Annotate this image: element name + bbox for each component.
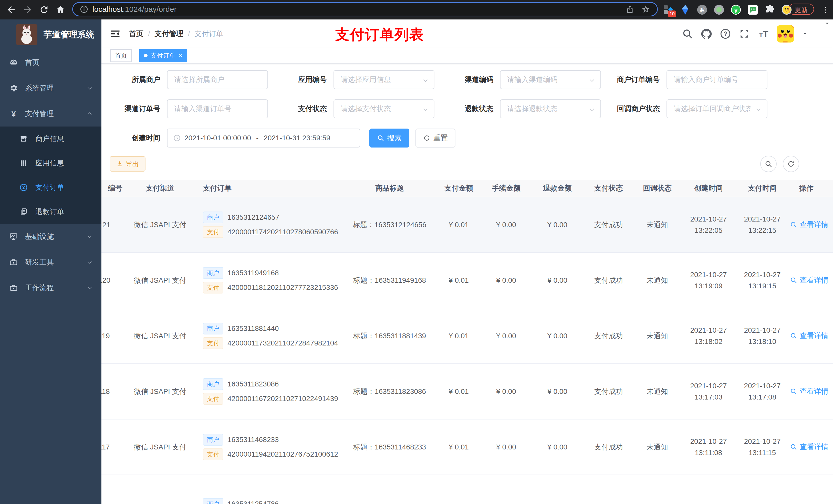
cell-amount: ¥ 0.01 bbox=[437, 308, 480, 364]
browser-back-icon[interactable] bbox=[6, 5, 16, 15]
view-detail-link[interactable]: 查看详情 bbox=[790, 220, 828, 230]
pay-tag: 支付 bbox=[203, 393, 223, 405]
pay-status-select[interactable] bbox=[334, 100, 434, 118]
breadcrumb-payment[interactable]: 支付管理 bbox=[155, 29, 184, 39]
app-id-select[interactable] bbox=[334, 71, 434, 89]
refresh-table-button[interactable] bbox=[783, 156, 799, 172]
site-info-icon[interactable] bbox=[80, 5, 88, 14]
extension-y-icon[interactable]: y bbox=[731, 4, 741, 15]
sidebar-item-dev-tools[interactable]: 研发工具 bbox=[0, 249, 101, 275]
extension-switcher-icon[interactable]: 10 bbox=[663, 4, 674, 15]
channel-code-select[interactable] bbox=[501, 71, 600, 89]
date-end[interactable]: 2021-10-31 23:59:59 bbox=[264, 134, 330, 142]
breadcrumb-current: 支付订单 bbox=[195, 29, 223, 39]
fullscreen-icon[interactable] bbox=[739, 28, 750, 40]
show-search-toggle-button[interactable] bbox=[760, 156, 777, 172]
page-header: 首页 / 支付管理 / 支付订单 支付订单列表 bbox=[101, 20, 833, 48]
search-icon[interactable] bbox=[682, 28, 693, 40]
export-button[interactable]: 导出 bbox=[110, 156, 145, 172]
table-row: 121 微信 JSAPI 支付 商户1635312124657 支付420000… bbox=[101, 197, 833, 253]
monitor-icon bbox=[9, 232, 18, 241]
sidebar-item-payment[interactable]: 支付管理 bbox=[0, 101, 101, 126]
tag-pay-order[interactable]: 支付订单 × bbox=[139, 49, 187, 62]
view-detail-link[interactable]: 查看详情 bbox=[790, 442, 828, 452]
browser-overflow-caret-icon[interactable] bbox=[824, 20, 830, 27]
select-chevron-icon bbox=[422, 106, 429, 113]
select-chevron-icon bbox=[755, 106, 762, 113]
sidebar-item-infrastructure[interactable]: 基础设施 bbox=[0, 224, 101, 249]
cell-order: 商户1635312124657 支付4200001174202110278060… bbox=[196, 197, 342, 253]
merchant-select[interactable] bbox=[168, 71, 267, 89]
cell-created: 2021-10-2713:17:03 bbox=[680, 364, 737, 419]
browser-reload-icon[interactable] bbox=[39, 5, 49, 15]
table-row: 120 微信 JSAPI 支付 商户1635311949168 支付420000… bbox=[101, 253, 833, 308]
refund-status-select[interactable] bbox=[501, 100, 600, 118]
cell-title: 标题：1635311468233 bbox=[342, 419, 437, 475]
tag-home[interactable]: 首页 bbox=[110, 49, 132, 62]
cell-paid: 2021-10-2713:11:15 bbox=[737, 419, 788, 475]
extension-chat-icon[interactable] bbox=[747, 4, 758, 15]
extensions-puzzle-icon[interactable] bbox=[764, 4, 775, 15]
sidebar-item-home[interactable]: 首页 bbox=[0, 50, 101, 75]
date-start[interactable]: 2021-10-01 00:00:00 bbox=[185, 134, 251, 142]
breadcrumb-home[interactable]: 首页 bbox=[129, 29, 143, 39]
main-panel: 首页 / 支付管理 / 支付订单 支付订单列表 首页 支付订单 × bbox=[101, 20, 833, 504]
col-refund: 退款金额 bbox=[532, 180, 583, 197]
cell-channel: 微信 JSAPI 支付 bbox=[124, 197, 196, 253]
extension-dot-icon[interactable] bbox=[714, 4, 724, 15]
extension-strip: 10 ⌘ y bbox=[663, 0, 792, 20]
pay-tag: 支付 bbox=[203, 449, 223, 460]
cell-status: 支付成功 bbox=[583, 197, 634, 253]
bookmark-star-icon[interactable] bbox=[641, 5, 650, 14]
font-size-icon[interactable] bbox=[758, 28, 769, 40]
briefcase-icon bbox=[9, 284, 18, 292]
yen-circle-icon bbox=[20, 183, 28, 192]
cell-fee: ¥ 0.00 bbox=[480, 419, 532, 475]
sidebar: 芋道管理系统 首页 系统管理 支付管理 商户信息 应用信息 支付订单 退款订单 bbox=[0, 20, 101, 504]
github-icon[interactable] bbox=[701, 28, 712, 40]
cell-paid: 2021-10-2713:22:15 bbox=[737, 197, 788, 253]
filter-pay-status: 支付状态 bbox=[268, 99, 434, 118]
cell-title: 标题：1635312124656 bbox=[342, 197, 437, 253]
tag-close-icon[interactable]: × bbox=[179, 52, 182, 58]
extension-command-icon[interactable]: ⌘ bbox=[697, 4, 708, 15]
sidebar-item-workflow[interactable]: 工作流程 bbox=[0, 275, 101, 301]
avatar-caret-icon[interactable] bbox=[802, 30, 808, 37]
merchant-order-no-input[interactable] bbox=[667, 71, 767, 89]
view-detail-link[interactable]: 查看详情 bbox=[790, 386, 828, 396]
refresh-icon bbox=[787, 160, 795, 168]
address-bar[interactable]: localhost:1024/pay/order bbox=[72, 2, 658, 16]
sidebar-item-system[interactable]: 系统管理 bbox=[0, 75, 101, 101]
sidebar-item-app-info[interactable]: 应用信息 bbox=[0, 151, 101, 175]
sidebar-collapse-icon[interactable] bbox=[110, 28, 121, 40]
view-detail-link[interactable]: 查看详情 bbox=[790, 331, 828, 341]
reset-button[interactable]: 重置 bbox=[415, 128, 455, 147]
browser-menu-dots-icon[interactable]: ⋮ bbox=[822, 4, 829, 15]
browser-update-button[interactable]: 更新 bbox=[788, 4, 814, 15]
channel-order-no-input[interactable] bbox=[168, 100, 267, 118]
browser-forward-icon[interactable] bbox=[23, 5, 33, 15]
merchant-tag: 商户 bbox=[203, 434, 223, 446]
sidebar-item-pay-order[interactable]: 支付订单 bbox=[0, 175, 101, 199]
notify-status-select[interactable] bbox=[667, 100, 767, 118]
search-button[interactable]: 搜索 bbox=[370, 128, 409, 147]
cell-status: 支付成功 bbox=[583, 253, 634, 308]
cell-fee: ¥ 0.00 bbox=[480, 197, 532, 253]
sidebar-logo[interactable]: 芋道管理系统 bbox=[0, 20, 101, 50]
sidebar-item-merchant-info[interactable]: 商户信息 bbox=[0, 126, 101, 151]
magnifier-icon bbox=[790, 221, 797, 228]
view-detail-link[interactable]: 查看详情 bbox=[790, 275, 828, 285]
cell-paid: 2021-10-2713:19:15 bbox=[737, 253, 788, 308]
cell-created: 2021-10-2713:22:05 bbox=[680, 197, 737, 253]
sidebar-item-refund-order[interactable]: 退款订单 bbox=[0, 199, 101, 224]
cell-amount: ¥ 0.01 bbox=[437, 364, 480, 419]
table-tools bbox=[760, 156, 799, 172]
extension-kite-icon[interactable] bbox=[680, 4, 691, 15]
avatar[interactable] bbox=[777, 25, 794, 43]
help-icon[interactable] bbox=[720, 28, 731, 40]
browser-home-icon[interactable] bbox=[55, 5, 66, 15]
table-row-partial: 商户1635311254786 支付 bbox=[101, 475, 833, 504]
share-icon[interactable] bbox=[625, 5, 635, 14]
col-action: 操作 bbox=[788, 180, 833, 197]
date-range-picker[interactable]: 2021-10-01 00:00:00 - 2021-10-31 23:59:5… bbox=[167, 128, 360, 147]
